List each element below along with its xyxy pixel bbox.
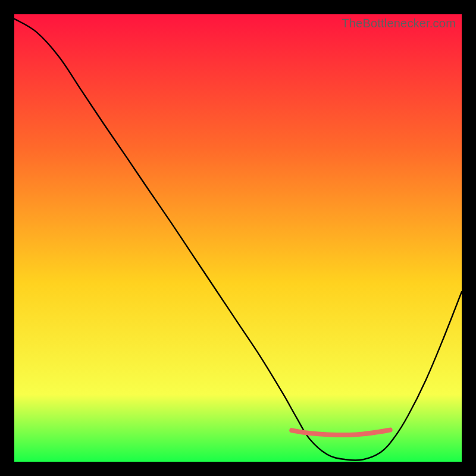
chart-frame: TheBottlenecker.com <box>14 14 462 462</box>
bottleneck-chart <box>14 14 462 462</box>
watermark-text: TheBottlenecker.com <box>342 17 456 30</box>
gradient-background <box>14 14 462 462</box>
